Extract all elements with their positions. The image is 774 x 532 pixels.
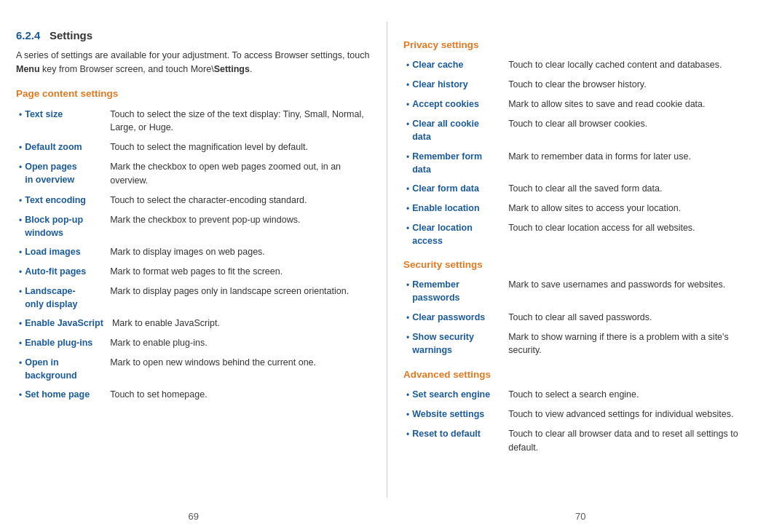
- bullet-icon: •: [19, 214, 22, 227]
- setting-term: Remember passwords: [412, 278, 499, 304]
- list-item: • Default zoom Touch to select the magni…: [16, 140, 371, 154]
- list-item: • Enable location Mark to allow sites to…: [403, 202, 758, 215]
- setting-desc: Mark to allow sites to save and read coo…: [508, 98, 758, 111]
- setting-term: Clear cache: [412, 58, 499, 71]
- setting-term: Clear history: [412, 78, 499, 91]
- bullet-icon: •: [406, 59, 409, 72]
- page-content-settings-list: • Text size Touch to select the size of …: [16, 108, 371, 402]
- setting-desc: Mark to enable plug-ins.: [110, 336, 371, 350]
- page-footer-row: 69 70: [0, 505, 774, 532]
- setting-term: Clear all cookie data: [412, 117, 499, 143]
- list-item: • Website settings Touch to view advance…: [403, 408, 758, 421]
- setting-term: Enable JavaScript: [25, 317, 103, 330]
- list-item: • Remember form data Mark to remember da…: [403, 150, 758, 176]
- privacy-section-title: Privacy settings: [403, 38, 758, 52]
- bullet-icon: •: [19, 285, 22, 298]
- list-item: • Landscape- only display Mark to displa…: [16, 285, 371, 311]
- setting-desc: Touch to clear all browser data and to r…: [508, 427, 758, 455]
- list-item: • Load images Mark to display images on …: [16, 245, 371, 259]
- bullet-icon: •: [19, 357, 22, 370]
- setting-desc: Mark the checkbox to open web pages zoom…: [110, 160, 371, 188]
- list-item: • Accept cookies Mark to allow sites to …: [403, 98, 758, 111]
- list-item: • Clear all cookie data Touch to clear a…: [403, 117, 758, 143]
- setting-desc: Touch to clear all saved passwords.: [508, 311, 758, 325]
- setting-term: Landscape- only display: [25, 285, 101, 311]
- setting-term: Set home page: [25, 388, 101, 401]
- list-item: • Open in background Mark to open new wi…: [16, 356, 371, 382]
- setting-term: Open in background: [25, 356, 101, 382]
- setting-term: Block pop-up windows: [25, 213, 101, 239]
- list-item: • Remember passwords Mark to save userna…: [403, 278, 758, 304]
- bullet-icon: •: [19, 337, 22, 350]
- bullet-icon: •: [19, 266, 22, 279]
- list-item: • Text size Touch to select the size of …: [16, 108, 371, 135]
- setting-term: Set search engine: [412, 388, 499, 401]
- chapter-title: Settings: [50, 29, 92, 41]
- setting-desc: Touch to select the magnification level …: [110, 140, 371, 154]
- setting-desc: Touch to clear the browser history.: [508, 78, 758, 92]
- list-item: • Show security warnings Mark to show wa…: [403, 330, 758, 358]
- list-item: • Clear form data Touch to clear all the…: [403, 182, 758, 196]
- intro-text: A series of settings are available for y…: [16, 49, 371, 77]
- setting-term: Remember form data: [412, 150, 499, 176]
- list-item: • Set home page Touch to set homepage.: [16, 388, 371, 402]
- bullet-icon: •: [19, 161, 22, 174]
- bullet-icon: •: [19, 194, 22, 207]
- setting-term: Enable plug-ins: [25, 336, 101, 349]
- setting-term: Show security warnings: [412, 330, 499, 357]
- list-item: • Clear location access Touch to clear l…: [403, 221, 758, 247]
- right-page-number: 70: [387, 505, 775, 532]
- security-section-title: Security settings: [403, 258, 758, 272]
- left-page-number: 69: [0, 505, 387, 532]
- setting-term: Accept cookies: [412, 98, 499, 111]
- bullet-icon: •: [406, 222, 409, 235]
- security-settings-list: • Remember passwords Mark to save userna…: [403, 278, 758, 357]
- advanced-settings-list: • Set search engine Touch to select a se…: [403, 388, 758, 455]
- bullet-icon: •: [406, 279, 409, 292]
- list-item: • Block pop-up windows Mark the checkbox…: [16, 213, 371, 239]
- setting-desc: Mark to display pages only in landscape …: [110, 285, 371, 298]
- setting-term: Load images: [25, 245, 101, 258]
- setting-desc: Touch to select a search engine.: [508, 388, 758, 402]
- setting-desc: Mark to save usernames and passwords for…: [508, 278, 758, 292]
- setting-desc: Touch to clear all the saved form data.: [508, 182, 758, 196]
- bullet-icon: •: [406, 202, 409, 215]
- setting-term: Clear location access: [412, 221, 499, 247]
- list-item: • Open pages in overview Mark the checkb…: [16, 160, 371, 188]
- bullet-icon: •: [406, 428, 409, 441]
- setting-desc: Mark to open new windows behind the curr…: [110, 356, 371, 370]
- setting-desc: Mark the checkbox to prevent pop-up wind…: [110, 213, 371, 227]
- setting-term: Open pages in overview: [25, 160, 101, 186]
- bullet-icon: •: [406, 98, 409, 111]
- bullet-icon: •: [406, 183, 409, 196]
- bullet-icon: •: [19, 108, 22, 122]
- setting-term: Text size: [25, 108, 101, 121]
- setting-desc: Touch to view advanced settings for indi…: [508, 408, 758, 421]
- list-item: • Auto-fit pages Mark to format web page…: [16, 265, 371, 279]
- list-item: • Clear cache Touch to clear locally cac…: [403, 58, 758, 72]
- setting-desc: Mark to enable JavaScript.: [112, 317, 371, 330]
- bullet-icon: •: [19, 317, 22, 330]
- setting-desc: Touch to set homepage.: [110, 388, 371, 402]
- list-item: • Enable plug-ins Mark to enable plug-in…: [16, 336, 371, 350]
- setting-desc: Touch to select the character-encoding s…: [110, 194, 371, 207]
- setting-desc: Touch to clear location access for all w…: [508, 221, 758, 235]
- chapter-heading: 6.2.4 Settings: [16, 28, 371, 44]
- setting-desc: Touch to clear all browser cookies.: [508, 117, 758, 131]
- bullet-icon: •: [406, 331, 409, 344]
- list-item: • Set search engine Touch to select a se…: [403, 388, 758, 402]
- setting-desc: Mark to display images on web pages.: [110, 245, 371, 259]
- bullet-icon: •: [406, 79, 409, 92]
- list-item: • Text encoding Touch to select the char…: [16, 194, 371, 207]
- bullet-icon: •: [406, 389, 409, 402]
- page-content-section-title: Page content settings: [16, 87, 371, 101]
- privacy-settings-list: • Clear cache Touch to clear locally cac…: [403, 58, 758, 247]
- bullet-icon: •: [406, 408, 409, 421]
- setting-desc: Mark to remember data in forms for later…: [508, 150, 758, 164]
- left-page: 6.2.4 Settings A series of settings are …: [0, 15, 387, 505]
- setting-desc: Touch to select the size of the text dis…: [110, 108, 371, 135]
- setting-term: Enable location: [412, 202, 499, 215]
- bullet-icon: •: [19, 389, 22, 402]
- setting-desc: Mark to show warning if there is a probl…: [508, 330, 758, 358]
- bullet-icon: •: [406, 118, 409, 131]
